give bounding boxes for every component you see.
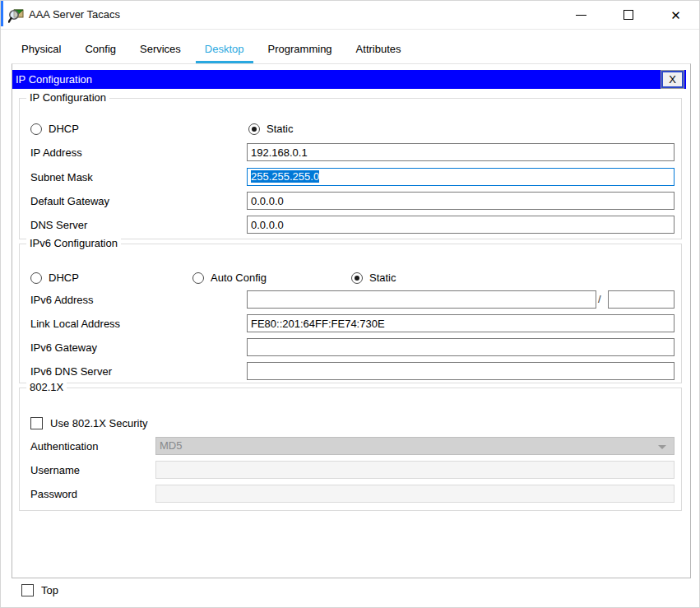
- tab-services[interactable]: Services: [131, 36, 190, 63]
- ipv6-configuration-legend: IPv6 Configuration: [26, 237, 121, 249]
- ipv6-address-label: IPv6 Address: [30, 294, 94, 306]
- username-input[interactable]: [155, 461, 675, 479]
- password-row: Password: [20, 485, 681, 503]
- ip-address-label: IP Address: [30, 146, 82, 159]
- maximize-button[interactable]: [610, 1, 647, 29]
- use-8021x-row: Use 802.1X Security: [20, 415, 681, 434]
- subnet-mask-label: Subnet Mask: [30, 171, 93, 183]
- ipv6-dns-label: IPv6 DNS Server: [30, 365, 112, 378]
- dhcp-radio-option[interactable]: DHCP: [30, 123, 79, 135]
- dialog-close-button[interactable]: X: [661, 71, 684, 88]
- tab-physical[interactable]: Physical: [12, 36, 70, 63]
- ipv6-static-radio-label: Static: [369, 272, 396, 284]
- top-checkbox-icon: [21, 584, 34, 596]
- use-8021x-checkbox-icon: [30, 417, 43, 429]
- ipv6-static-radio-option[interactable]: Static: [351, 272, 396, 284]
- tab-attributes[interactable]: Attributes: [347, 36, 410, 63]
- minimize-icon: [576, 15, 586, 16]
- ipv6-gateway-label: IPv6 Gateway: [30, 341, 97, 354]
- username-row: Username: [20, 461, 681, 479]
- use-8021x-label: Use 802.1X Security: [50, 417, 148, 429]
- tab-config[interactable]: Config: [76, 36, 125, 63]
- password-label: Password: [30, 488, 77, 500]
- selected-text: 255.255.255.0: [251, 170, 319, 183]
- dns-server-label: DNS Server: [30, 219, 87, 231]
- ipv6-dhcp-radio-option[interactable]: DHCP: [30, 272, 79, 284]
- title-bar: AAA Server Tacacs ✕: [1, 1, 699, 30]
- authentication-row: Authentication MD5: [20, 437, 681, 455]
- ipv6-dns-row: IPv6 DNS Server: [20, 362, 681, 380]
- ipv6-autoconfig-radio-option[interactable]: Auto Config: [192, 272, 267, 284]
- packet-tracer-app-icon: [8, 7, 25, 24]
- prefix-separator: /: [598, 293, 601, 305]
- authentication-select[interactable]: MD5: [155, 437, 675, 455]
- password-input[interactable]: [155, 485, 675, 503]
- static-radio-option[interactable]: Static: [248, 123, 294, 135]
- window-edge-accent: [1, 1, 3, 26]
- window-title: AAA Server Tacacs: [29, 8, 120, 21]
- ipv4-mode-row: DHCP Static: [20, 121, 681, 139]
- dot1x-legend: 802.1X: [26, 381, 67, 393]
- dot1x-group: 802.1X Use 802.1X Security Authenticatio…: [19, 388, 682, 511]
- authentication-value: MD5: [160, 439, 182, 452]
- tab-programming[interactable]: Programming: [259, 36, 341, 63]
- ipv6-mode-row: DHCP Auto Config Static: [20, 270, 681, 288]
- maximize-icon: [624, 10, 633, 20]
- subnet-mask-input[interactable]: 255.255.255.0: [247, 168, 675, 186]
- ip-configuration-legend: IP Configuration: [26, 91, 109, 104]
- ipv6-gateway-row: IPv6 Gateway: [20, 338, 681, 356]
- link-local-label: Link Local Address: [30, 318, 120, 330]
- tab-bar: Physical Config Services Desktop Program…: [12, 36, 416, 63]
- ipv6-gateway-input[interactable]: [247, 338, 675, 356]
- ipv6-prefix-input[interactable]: [608, 290, 675, 309]
- tab-desktop[interactable]: Desktop: [196, 36, 253, 63]
- top-checkbox-option[interactable]: Top: [21, 584, 58, 596]
- close-icon: ✕: [670, 9, 681, 21]
- authentication-label: Authentication: [30, 440, 98, 453]
- ipv6-static-radio-icon: [351, 272, 363, 284]
- ipv6-configuration-group: IPv6 Configuration DHCP Auto Config Stat…: [19, 244, 682, 383]
- link-local-row: Link Local Address: [20, 314, 681, 332]
- ip-configuration-group: IP Configuration DHCP Static IP Address …: [19, 98, 682, 239]
- default-gateway-row: Default Gateway: [20, 192, 681, 210]
- static-radio-icon: [248, 123, 260, 135]
- ip-address-input[interactable]: [247, 143, 675, 161]
- ipv6-dhcp-radio-icon: [30, 272, 42, 284]
- ipv6-address-input[interactable]: [247, 290, 596, 309]
- dns-server-row: DNS Server: [20, 216, 681, 234]
- dhcp-radio-icon: [30, 123, 42, 135]
- use-8021x-checkbox-option[interactable]: Use 802.1X Security: [30, 417, 148, 429]
- default-gateway-input[interactable]: [247, 192, 675, 210]
- close-button[interactable]: ✕: [657, 1, 694, 29]
- top-checkbox-label: Top: [41, 584, 58, 596]
- ip-configuration-dialog-titlebar: IP Configuration: [12, 70, 686, 89]
- ipv6-autoconfig-radio-icon: [192, 272, 204, 284]
- static-radio-label: Static: [267, 123, 294, 135]
- ipv6-address-row: IPv6 Address /: [20, 290, 681, 309]
- username-label: Username: [30, 464, 80, 476]
- chevron-down-icon: [658, 445, 666, 449]
- ipv6-autoconfig-radio-label: Auto Config: [211, 272, 267, 284]
- ipv6-dhcp-radio-label: DHCP: [49, 272, 79, 284]
- ip-address-row: IP Address: [20, 143, 681, 161]
- dns-server-input[interactable]: [247, 216, 675, 234]
- ipv6-dns-input[interactable]: [247, 362, 675, 380]
- link-local-input[interactable]: [247, 314, 675, 332]
- packet-tracer-device-window: { "window": { "title": "AAA Server Tacac…: [0, 0, 700, 608]
- default-gateway-label: Default Gateway: [30, 195, 109, 207]
- subnet-mask-row: Subnet Mask 255.255.255.0: [20, 168, 681, 186]
- dhcp-radio-label: DHCP: [49, 123, 79, 135]
- minimize-button[interactable]: [563, 1, 600, 29]
